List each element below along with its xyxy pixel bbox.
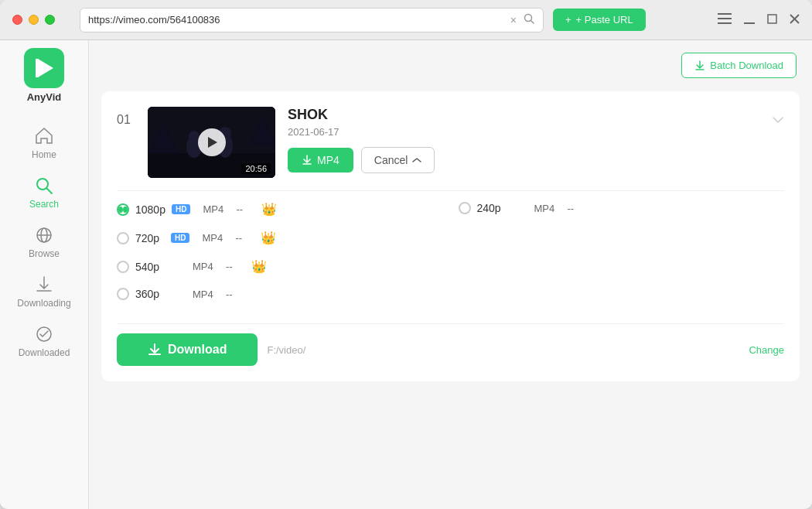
format-720p: MP4 xyxy=(202,232,229,244)
home-icon xyxy=(34,126,54,146)
svg-marker-9 xyxy=(38,59,53,77)
browse-icon xyxy=(34,225,54,245)
app-window: https://vimeo.com/564100836 × + + Paste … xyxy=(0,0,812,509)
sidebar-item-downloaded[interactable]: Downloaded xyxy=(0,316,88,366)
radio-360p[interactable] xyxy=(117,288,129,300)
radio-1080p[interactable] xyxy=(117,203,129,216)
format-1080p: MP4 xyxy=(203,203,230,215)
mp4-button[interactable]: MP4 xyxy=(288,148,353,173)
size-720p: -- xyxy=(235,232,254,244)
quality-row-540p: 540p MP4 -- 👑 xyxy=(117,256,443,277)
close-button[interactable] xyxy=(12,15,22,25)
premium-icon-720p: 👑 xyxy=(261,231,276,245)
radio-720p[interactable] xyxy=(117,232,129,244)
quality-col-right: 240p MP4 -- xyxy=(459,199,785,303)
sidebar-item-search[interactable]: Search xyxy=(0,168,88,217)
video-actions: MP4 Cancel xyxy=(288,147,759,173)
sidebar-browse-label: Browse xyxy=(29,248,60,259)
downloaded-icon xyxy=(34,324,54,344)
download-button[interactable]: Download xyxy=(117,333,258,366)
change-link[interactable]: Change xyxy=(749,344,784,356)
quality-label-360p: 360p xyxy=(135,288,165,300)
quality-row-720p: 720p HD MP4 -- 👑 xyxy=(117,227,443,248)
url-clear-icon[interactable]: × xyxy=(510,14,517,26)
quality-col-left: 1080p HD MP4 -- 👑 720p HD MP4 -- xyxy=(117,199,443,303)
download-mp4-icon xyxy=(302,155,312,166)
paste-url-label: + Paste URL xyxy=(576,14,633,26)
close-win-icon[interactable] xyxy=(790,12,800,28)
quality-label-540p: 540p xyxy=(135,261,165,273)
url-text: https://vimeo.com/564100836 xyxy=(88,14,504,26)
quality-row-1080p: 1080p HD MP4 -- 👑 xyxy=(117,199,443,220)
quality-label-240p: 240p xyxy=(477,202,507,214)
minimize-win-icon[interactable] xyxy=(744,12,755,28)
download-bar: Download F:/video/ Change xyxy=(117,323,784,366)
sidebar-item-downloading[interactable]: Downloading xyxy=(0,267,88,316)
quality-row-240p: 240p MP4 -- xyxy=(459,199,785,217)
minimize-button[interactable] xyxy=(29,15,39,25)
url-bar: https://vimeo.com/564100836 × xyxy=(80,8,544,32)
video-date: 2021-06-17 xyxy=(288,126,759,138)
batch-download-button[interactable]: Batch Download xyxy=(681,53,797,78)
video-duration: 20:56 xyxy=(241,163,271,174)
svg-rect-10 xyxy=(36,59,39,77)
download-icon xyxy=(694,60,705,71)
menu-icon[interactable] xyxy=(718,12,732,28)
sidebar-downloading-label: Downloading xyxy=(17,298,70,309)
sidebar-home-label: Home xyxy=(32,149,56,160)
logo-icon xyxy=(24,48,64,88)
hd-badge-720p: HD xyxy=(171,233,189,243)
video-info: SHOK 2021-06-17 MP4 Cancel xyxy=(288,107,759,173)
download-btn-label: Download xyxy=(168,343,227,357)
video-thumbnail[interactable]: 20:56 xyxy=(148,107,275,178)
cancel-label: Cancel xyxy=(374,154,408,166)
premium-icon-540p: 👑 xyxy=(251,259,267,274)
svg-line-12 xyxy=(47,189,53,194)
sidebar-item-browse[interactable]: Browse xyxy=(0,217,88,267)
paste-icon: + xyxy=(565,14,571,26)
download-btn-icon xyxy=(148,343,162,357)
chevron-up-icon xyxy=(412,157,421,163)
format-540p: MP4 xyxy=(193,261,220,272)
logo-area: AnyVid xyxy=(24,48,64,103)
size-360p: -- xyxy=(226,289,245,300)
maximize-button[interactable] xyxy=(45,15,55,25)
paste-url-button[interactable]: + + Paste URL xyxy=(553,9,646,31)
size-1080p: -- xyxy=(236,203,255,215)
logo-label: AnyVid xyxy=(27,91,62,103)
traffic-lights xyxy=(12,15,55,25)
content-area: Batch Download 01 xyxy=(89,40,812,509)
search-icon xyxy=(34,176,54,196)
sidebar-search-label: Search xyxy=(29,199,59,210)
video-title: SHOK xyxy=(288,107,759,123)
size-240p: -- xyxy=(568,203,587,214)
radio-240p[interactable] xyxy=(459,202,471,214)
play-button[interactable] xyxy=(198,128,226,156)
quality-row-360p: 360p MP4 -- xyxy=(117,285,443,303)
premium-icon-1080p: 👑 xyxy=(261,202,277,217)
sidebar: AnyVid Home Search xyxy=(0,40,89,509)
downloading-icon xyxy=(34,275,54,295)
format-240p: MP4 xyxy=(534,203,561,214)
cancel-button[interactable]: Cancel xyxy=(361,147,435,173)
window-controls xyxy=(718,12,800,28)
video-index: 01 xyxy=(117,113,135,127)
card-dropdown-icon[interactable] xyxy=(772,113,784,127)
video-header: 01 xyxy=(117,107,784,178)
svg-rect-6 xyxy=(768,15,776,23)
format-360p: MP4 xyxy=(193,289,220,300)
main-area: AnyVid Home Search xyxy=(0,40,812,509)
resize-win-icon[interactable] xyxy=(767,12,777,28)
sidebar-downloaded-label: Downloaded xyxy=(19,347,70,358)
titlebar: https://vimeo.com/564100836 × + + Paste … xyxy=(0,0,812,40)
quality-label-1080p: 1080p xyxy=(135,203,165,216)
radio-540p[interactable] xyxy=(117,261,129,273)
quality-label-720p: 720p xyxy=(135,232,165,244)
url-search-icon[interactable] xyxy=(523,12,535,28)
size-540p: -- xyxy=(226,261,245,272)
sidebar-item-home[interactable]: Home xyxy=(0,118,88,168)
mp4-label: MP4 xyxy=(317,154,339,166)
hd-badge-1080p: HD xyxy=(172,204,190,214)
video-card: 01 xyxy=(101,91,800,381)
quality-options: 1080p HD MP4 -- 👑 720p HD MP4 -- xyxy=(117,190,784,311)
